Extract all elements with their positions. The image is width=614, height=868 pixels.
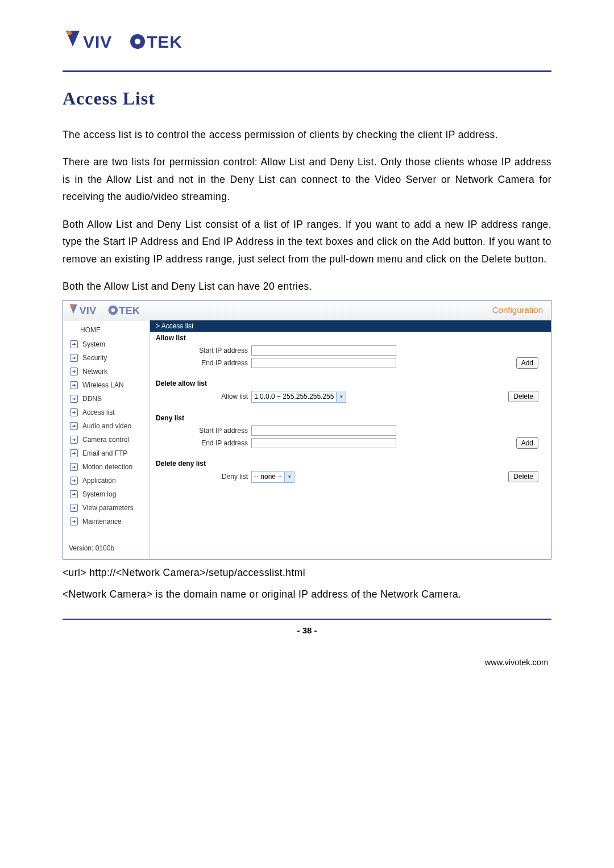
arrow-icon: ➔ <box>70 449 78 457</box>
sidebar-item-camera-control[interactable]: ➔Camera control <box>63 433 146 446</box>
sidebar-item-label: Camera control <box>82 434 129 445</box>
page-title: Access List <box>63 88 551 109</box>
footnote-1: <url> http://<Network Camera>/setup/acce… <box>63 564 551 582</box>
delete-allow-title: Delete allow list <box>150 377 551 390</box>
deny-list-title: Deny list <box>150 412 551 424</box>
sidebar-item-label: System log <box>82 489 116 500</box>
arrow-icon: ➔ <box>70 354 78 362</box>
svg-point-0 <box>67 31 72 35</box>
svg-point-3 <box>135 39 140 44</box>
sidebar-item-system[interactable]: ➔System <box>63 337 146 351</box>
delete-allow-label: Allow list <box>150 393 251 400</box>
arrow-icon: ➔ <box>70 504 78 512</box>
config-main: > Access list Allow list Start IP addres… <box>150 320 551 559</box>
delete-deny-select[interactable]: -- none -- ▾ <box>251 471 294 483</box>
sidebar-version: Version: 0100b <box>63 528 146 552</box>
body-paragraph-1: The access list is to control the access… <box>63 126 551 144</box>
delete-allow-select[interactable]: 1.0.0.0 ~ 255.255.255.255 ▾ <box>251 391 346 403</box>
sidebar-item-wireless-lan[interactable]: ➔Wireless LAN <box>63 378 146 392</box>
sidebar-item-ddns[interactable]: ➔DDNS <box>63 392 146 406</box>
sidebar-item-label: System <box>82 339 105 350</box>
config-panel: VIV TEK Configuration HOME ➔System ➔Secu… <box>63 300 551 560</box>
deny-start-row: Start IP address <box>150 424 551 437</box>
config-sidebar: HOME ➔System ➔Security ➔Network ➔Wireles… <box>63 320 146 559</box>
svg-point-5 <box>70 303 74 307</box>
delete-deny-title: Delete deny list <box>150 457 551 470</box>
deny-add-button[interactable]: Add <box>516 437 538 449</box>
sidebar-item-label: Access list <box>82 407 115 418</box>
arrow-icon: ➔ <box>70 436 78 444</box>
deny-start-ip-input[interactable] <box>251 425 396 436</box>
delete-deny-button[interactable]: Delete <box>508 471 538 482</box>
sidebar-item-network[interactable]: ➔Network <box>63 365 146 378</box>
chevron-down-icon: ▾ <box>336 392 346 402</box>
sidebar-item-label: DDNS <box>82 393 102 404</box>
delete-allow-button[interactable]: Delete <box>508 391 538 402</box>
body-paragraph-4: Both the Allow List and Deny List can ha… <box>63 278 551 295</box>
allow-end-ip-input[interactable] <box>251 358 396 368</box>
delete-deny-row: Deny list -- none -- ▾ Delete <box>150 470 551 484</box>
deny-end-row: End IP address Add <box>150 437 551 449</box>
body-paragraph-3: Both Allow List and Deny List consist of… <box>63 216 551 268</box>
allow-end-row: End IP address Add <box>150 357 551 369</box>
svg-text:VIV: VIV <box>83 32 112 51</box>
sidebar-item-label: Email and FTP <box>82 448 127 459</box>
arrow-icon: ➔ <box>70 477 78 485</box>
delete-allow-row: Allow list 1.0.0.0 ~ 255.255.255.255 ▾ D… <box>150 390 551 404</box>
allow-end-label: End IP address <box>150 359 251 367</box>
arrow-icon: ➔ <box>70 368 78 375</box>
sidebar-item-label: Application <box>82 475 116 486</box>
sidebar-item-label: View parameters <box>82 502 134 514</box>
deny-start-label: Start IP address <box>150 427 251 435</box>
arrow-icon: ➔ <box>70 395 78 403</box>
arrow-icon: ➔ <box>70 490 78 498</box>
sidebar-item-access-list[interactable]: ➔Access list <box>63 406 146 419</box>
sidebar-item-label: Wireless LAN <box>82 379 124 391</box>
footer-url: www.vivotek.com <box>63 658 551 667</box>
brand-logo: VIV TEK <box>63 28 551 55</box>
delete-allow-select-value: 1.0.0.0 ~ 255.255.255.255 <box>254 393 334 400</box>
sidebar-item-label: Audio and video <box>82 420 131 432</box>
allow-start-label: Start IP address <box>150 347 251 354</box>
allow-start-ip-input[interactable] <box>251 345 396 356</box>
svg-text:VIV: VIV <box>79 304 97 316</box>
arrow-icon: ➔ <box>70 463 78 471</box>
divider-bottom <box>63 619 551 620</box>
page-number: - 38 - <box>63 625 551 635</box>
sidebar-item-audio-video[interactable]: ➔Audio and video <box>63 419 146 433</box>
sidebar-item-label: Security <box>82 352 107 364</box>
arrow-icon: ➔ <box>70 381 78 389</box>
delete-deny-select-value: -- none -- <box>254 473 282 481</box>
deny-end-label: End IP address <box>150 439 251 447</box>
allow-start-row: Start IP address <box>150 344 551 357</box>
delete-deny-label: Deny list <box>150 473 251 481</box>
footnote-2: <Network Camera> is the domain name or o… <box>63 586 551 603</box>
sidebar-item-motion-detection[interactable]: ➔Motion detection <box>63 460 146 474</box>
arrow-icon: ➔ <box>70 340 78 348</box>
sidebar-item-system-log[interactable]: ➔System log <box>63 487 146 501</box>
chevron-down-icon: ▾ <box>284 472 294 482</box>
sidebar-item-application[interactable]: ➔Application <box>63 474 146 487</box>
divider-top <box>63 70 551 72</box>
svg-text:TEK: TEK <box>119 304 140 316</box>
svg-text:TEK: TEK <box>147 32 182 51</box>
allow-add-button[interactable]: Add <box>516 357 538 369</box>
sidebar-item-view-parameters[interactable]: ➔View parameters <box>63 501 146 515</box>
sidebar-item-label: Maintenance <box>82 516 122 527</box>
arrow-icon: ➔ <box>70 408 78 416</box>
config-brand-logo: VIV TEK <box>68 302 157 318</box>
sidebar-item-maintenance[interactable]: ➔Maintenance <box>63 515 146 528</box>
sidebar-home[interactable]: HOME <box>63 323 146 337</box>
allow-list-title: Allow list <box>150 332 551 344</box>
svg-point-8 <box>111 308 115 311</box>
breadcrumb: > Access list <box>150 320 551 332</box>
sidebar-item-email-ftp[interactable]: ➔Email and FTP <box>63 446 146 460</box>
sidebar-item-security[interactable]: ➔Security <box>63 351 146 365</box>
deny-end-ip-input[interactable] <box>251 438 396 448</box>
body-paragraph-2: There are two lists for permission contr… <box>63 153 551 206</box>
config-header-label: Configuration <box>492 305 543 315</box>
sidebar-item-label: Motion detection <box>82 461 132 473</box>
vivotek-logo-icon: VIV TEK <box>63 28 210 55</box>
arrow-icon: ➔ <box>70 422 78 430</box>
arrow-icon: ➔ <box>70 518 78 525</box>
